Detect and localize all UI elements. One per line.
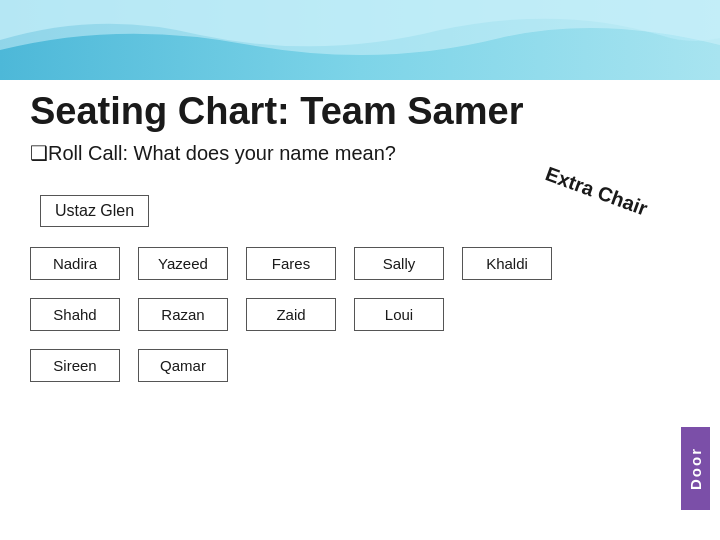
page-title: Seating Chart: Team Samer — [30, 90, 690, 133]
seat-sireen: Sireen — [30, 349, 120, 382]
seat-sally: Sally — [354, 247, 444, 280]
ustaz-glen-seat: Ustaz Glen — [40, 195, 149, 227]
seat-row-2: Shahd Razan Zaid Loui — [30, 298, 690, 331]
seat-loui: Loui — [354, 298, 444, 331]
seating-area: Extra Chair Ustaz Glen Nadira Yazeed Far… — [30, 195, 690, 382]
seat-fares: Fares — [246, 247, 336, 280]
main-content: Seating Chart: Team Samer ❑Roll Call: Wh… — [0, 80, 720, 410]
seat-zaid: Zaid — [246, 298, 336, 331]
seat-qamar: Qamar — [138, 349, 228, 382]
seat-row-1: Nadira Yazeed Fares Sally Khaldi — [30, 247, 690, 280]
seat-shahd: Shahd — [30, 298, 120, 331]
seat-row-3: Sireen Qamar — [30, 349, 690, 382]
subtitle: ❑Roll Call: What does your name mean? — [30, 141, 690, 165]
seat-nadira: Nadira — [30, 247, 120, 280]
seat-yazeed: Yazeed — [138, 247, 228, 280]
seat-razan: Razan — [138, 298, 228, 331]
wave-header — [0, 0, 720, 80]
extra-chair-label: Extra Chair — [543, 162, 651, 220]
seat-khaldi: Khaldi — [462, 247, 552, 280]
door-label: Door — [681, 427, 710, 510]
